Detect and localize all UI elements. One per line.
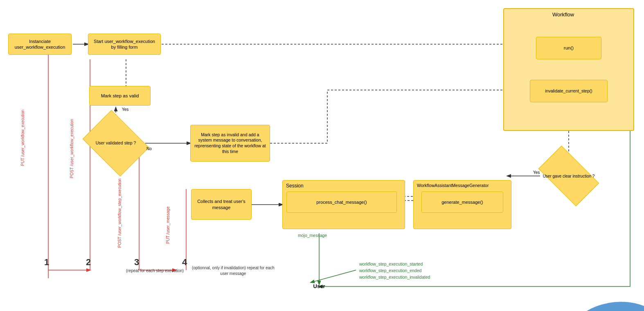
mark-valid-box: Mark step as valid xyxy=(89,86,151,106)
yes-left-label: Yes xyxy=(122,107,128,112)
invalidate-box: invalidate_current_step() xyxy=(530,80,608,102)
post-step-label: POST /user_workflow_step_execution xyxy=(117,178,122,248)
svg-point-12 xyxy=(558,306,644,311)
mojo-message-label: mojo_message xyxy=(298,232,327,239)
instantiate-box: Instanciate user_workflow_execution xyxy=(8,34,72,55)
user-icon: User xyxy=(299,282,340,289)
put-label: PUT /user_workflow_execution xyxy=(20,110,25,166)
collects-box: Collects and treat user's message xyxy=(191,189,252,220)
session-title: Session xyxy=(286,183,304,189)
mark-invalid-box: Mark step as invalid and add a system me… xyxy=(190,125,270,162)
events-label: workflow_step_execution_started workflow… xyxy=(359,261,430,280)
step-3-note: (repeat for each step execution) xyxy=(126,268,184,274)
number-2: 2 xyxy=(86,257,91,268)
generate-message-box: generate_message() xyxy=(421,192,503,213)
number-3: 3 xyxy=(134,257,139,268)
number-1: 1 xyxy=(44,257,49,268)
number-4: 4 xyxy=(182,257,187,268)
workflow-title: Workflow xyxy=(552,11,574,18)
start-box: Start user_workflow_execution by filling… xyxy=(88,34,161,55)
user-validated-diamond: User validated step ? xyxy=(89,123,142,164)
user-gave-clear-diamond: User gave clear instruction ? xyxy=(542,160,595,192)
wamg-title: WorkflowAssistantMessageGenerator xyxy=(417,183,489,188)
put-message-label: PUT /user_message xyxy=(166,207,170,244)
yes-right-label: Yes xyxy=(533,170,540,175)
no-label: No xyxy=(146,146,152,151)
run-box: run() xyxy=(536,37,601,59)
workflow-container xyxy=(503,8,634,131)
process-chat-box: process_chat_message() xyxy=(286,192,397,213)
post-label: POST /user_workflow_execution xyxy=(70,119,74,178)
step-4-note: (optionnal, only if invalidation) repeat… xyxy=(188,265,278,277)
